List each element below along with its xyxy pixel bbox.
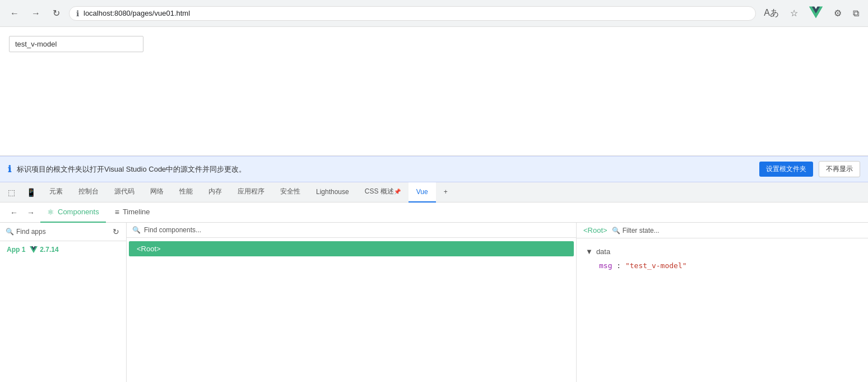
root-label: <Root> [583,226,607,234]
info-bar: ℹ 标识项目的根文件夹以打开Visual Studio Code中的源文件并同步… [0,156,868,182]
browser-chrome: ← → ↻ ℹ localhost:8080/pages/vue01.html … [0,0,868,27]
add-tab-button[interactable]: + [436,182,456,202]
devtools: ⬚ 📱 元素 控制台 源代码 网络 性能 内存 应用程序 安全性 Lightho… [0,182,868,382]
data-colon: : [616,261,625,270]
devtools-body: 🔍 Find apps ↻ App 1 2.7.14 🔍 [0,223,868,382]
vue-mini-logo [30,246,38,254]
dismiss-button[interactable]: 不再显示 [819,161,860,177]
find-apps-search: 🔍 Find apps [6,228,108,236]
right-panel-content: ▼ data msg : "test_v-model" [577,238,868,277]
back-button[interactable]: ← [7,6,22,21]
right-panel-header: <Root> 🔍 Filter state... [577,223,868,238]
tab-console[interactable]: 控制台 [71,182,106,202]
app-item[interactable]: App 1 2.7.14 [0,241,126,258]
refresh-button[interactable]: ↻ [49,6,63,21]
tab-network[interactable]: 网络 [142,182,171,202]
device-toolbar-button[interactable]: 📱 [21,185,41,200]
address-bar: ℹ localhost:8080/pages/vue01.html [69,6,756,21]
subtab-back-button[interactable]: ← [7,206,21,219]
component-list: <Root> [127,238,576,260]
vue-logo-icon [809,6,823,19]
split-view-button[interactable]: ⧉ [851,6,861,21]
find-components-icon: 🔍 [132,226,141,234]
bookmark-button[interactable]: ☆ [788,6,800,21]
right-panel: <Root> 🔍 Filter state... ▼ data msg : "t… [577,223,868,382]
info-bar-text: 标识项目的根文件夹以打开Visual Studio Code中的源文件并同步更改… [17,164,754,174]
subtab-components[interactable]: ⚛ Components [40,202,106,223]
security-icon: ℹ [76,9,79,18]
data-row-msg: msg : "test_v-model" [586,259,859,272]
devtools-tab-bar: ⬚ 📱 元素 控制台 源代码 网络 性能 内存 应用程序 安全性 Lightho… [0,182,868,202]
refresh-apps-button[interactable]: ↻ [112,226,120,237]
data-section-label: data [596,247,610,256]
root-component-item[interactable]: <Root> [129,241,574,256]
tab-sources[interactable]: 源代码 [106,182,142,202]
forward-button[interactable]: → [28,6,44,21]
find-apps-bar: 🔍 Find apps ↻ [0,223,126,241]
url-display[interactable]: localhost:8080/pages/vue01.html [83,9,749,17]
info-bar-icon: ℹ [8,164,11,174]
browser-actions: Aあ ☆ ⚙ ⧉ [762,3,861,24]
filter-icon: 🔍 [612,227,620,234]
vue-extension-button[interactable] [807,3,825,24]
data-section-header: ▼ data [586,247,859,256]
extensions-button[interactable]: ⚙ [832,6,844,21]
middle-panel: 🔍 Find components... <Root> [127,223,577,382]
filter-state-search[interactable]: 🔍 Filter state... [612,227,660,234]
data-section: ▼ data msg : "test_v-model" [586,247,859,272]
subtab-forward-button[interactable]: → [24,206,38,219]
translate-button[interactable]: Aあ [762,5,781,21]
set-folder-button[interactable]: 设置根文件夹 [759,162,813,177]
find-components-bar: 🔍 Find components... [127,223,576,238]
tab-lighthouse[interactable]: Lighthouse [308,182,357,202]
collapse-icon[interactable]: ▼ [586,247,593,256]
tab-css-overview[interactable]: CSS 概述 📌 [357,182,409,202]
tab-elements[interactable]: 元素 [41,182,71,202]
app-version: 2.7.14 [30,246,58,254]
tab-performance[interactable]: 性能 [171,182,201,202]
vue-subtabs: ← → ⚛ Components ≡ Timeline [0,202,868,223]
pin-icon: 📌 [394,188,401,195]
v-model-input[interactable] [9,36,143,52]
data-key-msg: msg [599,261,612,270]
find-components-placeholder[interactable]: Find components... [144,226,201,234]
search-icon: 🔍 [6,228,14,236]
tab-memory[interactable]: 内存 [201,182,230,202]
app-name-label: App 1 [7,246,25,254]
inspect-element-button[interactable]: ⬚ [2,185,21,200]
components-icon: ⚛ [47,208,54,217]
tab-application[interactable]: 应用程序 [230,182,272,202]
subtab-timeline[interactable]: ≡ Timeline [108,202,157,223]
tab-security[interactable]: 安全性 [272,182,308,202]
left-panel: 🔍 Find apps ↻ App 1 2.7.14 [0,223,127,382]
data-value-msg: "test_v-model" [625,261,687,270]
timeline-icon: ≡ [115,208,119,217]
tab-vue[interactable]: Vue [409,182,436,202]
page-content [0,27,868,156]
